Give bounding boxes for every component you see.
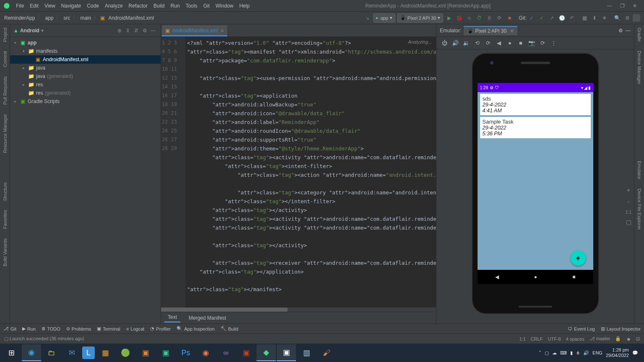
settings-icon[interactable]: ⚙	[623, 13, 632, 23]
taskbar-office[interactable]: ▣	[236, 344, 256, 361]
more-icon[interactable]: ⋮	[550, 39, 557, 47]
panel-settings-icon[interactable]: ⚙	[140, 26, 149, 35]
tw-run[interactable]: ▶ Run	[22, 326, 36, 331]
taskbar-mail[interactable]: ✉	[62, 344, 81, 361]
indent-info[interactable]: 4 spaces	[566, 336, 584, 341]
taskbar-notepad[interactable]: ▥	[297, 344, 316, 361]
menu-edit[interactable]: Edit	[27, 2, 41, 10]
crumb-project[interactable]: ReminderApp	[3, 15, 36, 21]
menu-analyze[interactable]: Analyze	[102, 2, 125, 10]
taskbar-terminal[interactable]: ▣	[277, 344, 296, 361]
menu-refactor[interactable]: Refactor	[126, 2, 150, 10]
run-icon[interactable]: ▶	[444, 13, 454, 23]
taskbar-chrome[interactable]: 🟢	[116, 344, 135, 361]
tw-terminal[interactable]: ▣ Terminal	[97, 326, 120, 331]
tree-res-generated[interactable]: 📁res(generated)	[10, 89, 161, 97]
overview-icon[interactable]: ■	[517, 39, 525, 47]
power-icon[interactable]: ⏻	[441, 39, 448, 47]
right-tab-gradle[interactable]: Gradle	[637, 26, 642, 43]
rotate-right-icon[interactable]: ⟳	[484, 39, 492, 47]
hide-emulator-icon[interactable]: —	[626, 28, 631, 34]
editor-subtab-merged[interactable]: Merged Manifest	[185, 314, 229, 322]
tray-clock[interactable]: 1:28 pm 29/04/2022	[606, 347, 629, 358]
tray-notifications-icon[interactable]: 💬	[632, 350, 638, 356]
right-tab-emulator[interactable]: Emulator	[637, 159, 642, 181]
taskbar-photoshop[interactable]: Ps	[176, 344, 195, 361]
taskbar-pycharm[interactable]: ▣	[156, 344, 175, 361]
device-dropdown[interactable]: 📱Pixel 2 API 30▾	[397, 13, 444, 23]
tw-app-inspection[interactable]: 🔍 App Inspection	[177, 326, 215, 331]
tree-manifests[interactable]: ▾📁manifests	[10, 47, 161, 55]
git-commit-icon[interactable]: ✓	[537, 13, 546, 23]
nav-overview-icon[interactable]: ■	[572, 274, 575, 280]
screenshot-icon[interactable]: 📷	[528, 39, 535, 47]
stop-icon[interactable]: ■	[505, 13, 514, 23]
system-tray[interactable]: ˄ ▢ ☁ ⌨ ▮ ⋔ 🔊 ENG 1:28 pm 29/04/2022 💬	[535, 347, 642, 358]
debug-icon[interactable]: 🐞	[454, 13, 464, 23]
right-tab-device-manager[interactable]: Device Manager	[637, 49, 642, 86]
menu-view[interactable]: View	[42, 2, 58, 10]
left-tab-favorites[interactable]: Favorites	[3, 208, 8, 230]
taskbar-firefox[interactable]: ◉	[196, 344, 216, 361]
attach-debugger-icon[interactable]: ⎘	[485, 13, 494, 23]
tw-build[interactable]: 🔨 Build	[221, 326, 238, 331]
start-button[interactable]: ⊞	[2, 344, 21, 361]
memory-indicator[interactable]: ⊡	[636, 336, 640, 341]
android-navbar[interactable]: ◀ ● ■	[478, 270, 593, 284]
tree-gradle-scripts[interactable]: ▸▣Gradle Scripts	[10, 97, 161, 106]
tray-language[interactable]: ENG	[592, 350, 602, 355]
lock-icon[interactable]: 🔒	[615, 336, 621, 341]
tree-java-generated[interactable]: 📁java(generated)	[10, 72, 161, 80]
left-tab-build-variants[interactable]: Build Variants	[3, 237, 8, 268]
menu-help[interactable]: Help	[237, 2, 252, 10]
zoom-fit-icon[interactable]: ▢	[626, 219, 631, 225]
menu-window[interactable]: Window	[213, 2, 236, 10]
git-push-icon[interactable]: ↗	[547, 13, 556, 23]
expand-all-icon[interactable]: ⇕	[124, 26, 132, 35]
tray-wifi-icon[interactable]: ⋔	[576, 350, 580, 356]
window-minimize[interactable]: —	[604, 2, 615, 10]
git-history-icon[interactable]: 🕓	[557, 13, 566, 23]
menu-tools[interactable]: Tools	[183, 2, 200, 10]
window-maximize[interactable]: ❐	[616, 2, 628, 10]
crumb-main[interactable]: main	[79, 15, 92, 21]
crumb-file[interactable]: AndroidManifest.xml	[107, 15, 155, 21]
volume-up-icon[interactable]: 🔊	[452, 39, 459, 47]
hide-panel-icon[interactable]: —	[149, 26, 157, 35]
sdk-manager-icon[interactable]: ⬇	[590, 13, 599, 23]
collapse-all-icon[interactable]: ⇵	[132, 26, 140, 35]
left-tab-resource-manager[interactable]: Resource Manager	[3, 112, 8, 155]
zoom-in-icon[interactable]: ＋	[626, 186, 631, 194]
crumb-src[interactable]: src	[62, 15, 71, 21]
editor-subtab-text[interactable]: Text	[164, 313, 180, 323]
taskbar-sublime[interactable]: ▦	[96, 344, 115, 361]
line-separator[interactable]: CRLF	[531, 336, 543, 341]
left-tab-structure[interactable]: Structure	[3, 181, 8, 203]
reminder-card[interactable]: sds 29-4-2022 4:41 AM	[480, 94, 591, 115]
project-view-dropdown[interactable]: Android	[20, 28, 39, 34]
menu-code[interactable]: Code	[84, 2, 101, 10]
menu-git[interactable]: Git	[201, 2, 212, 10]
apply-changes-icon[interactable]: ⟳	[495, 13, 504, 23]
tw-todo[interactable]: ≣ TODO	[42, 326, 60, 331]
tray-volume-icon[interactable]: 🔊	[583, 350, 589, 356]
tray-keyboard-icon[interactable]: ⌨	[560, 350, 567, 356]
tw-event-log[interactable]: 🗨 Event Log	[568, 326, 595, 331]
back-icon[interactable]: ◀	[495, 39, 503, 47]
emulator-tab[interactable]: 📱Pixel 2 API 30✕	[464, 26, 517, 35]
left-tab-pull-requests[interactable]: Pull Requests	[3, 75, 8, 106]
account-icon[interactable]	[633, 14, 640, 22]
device-screen[interactable]: 1:28 ⚙ ⛉ ▾◢▮ sds 29-4-2022 4:41 AM Sampl…	[478, 83, 593, 284]
nav-back-icon[interactable]: ◀	[495, 274, 499, 280]
home-icon[interactable]: ●	[506, 39, 514, 47]
tray-chevron-icon[interactable]: ˄	[539, 350, 541, 356]
left-tab-commit[interactable]: Commit	[3, 49, 8, 69]
select-opened-file-icon[interactable]: ⊕	[115, 26, 124, 35]
tw-git[interactable]: ⎇ Git	[3, 326, 16, 331]
fab-add[interactable]: +	[571, 251, 586, 266]
taskbar-paint[interactable]: 🖌	[317, 344, 336, 361]
close-tab-icon[interactable]: ✕	[221, 28, 224, 33]
editor-tab-manifest[interactable]: ▣ AndroidManifest.xml ✕	[162, 26, 227, 36]
volume-down-icon[interactable]: 🔉	[462, 39, 470, 47]
profile-icon[interactable]: ⏱	[475, 13, 484, 23]
